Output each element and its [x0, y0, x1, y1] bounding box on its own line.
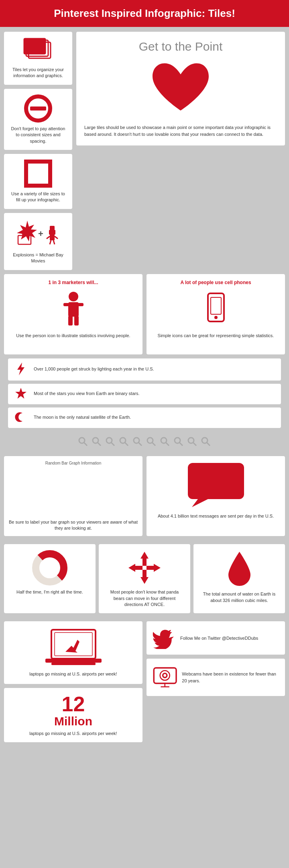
- move-icon: [126, 550, 163, 586]
- webcam-icon: [152, 664, 178, 690]
- svg-line-44: [193, 442, 196, 446]
- bar-chart: [63, 472, 83, 512]
- search-icon-3: [105, 436, 116, 447]
- search-icon-9: [187, 436, 198, 447]
- move-text: Most people don't know that panda bears …: [104, 589, 185, 608]
- svg-point-39: [161, 438, 167, 443]
- no-entry-icon: [24, 94, 52, 123]
- water-tile: The total amount of water on Earth is ab…: [193, 544, 285, 613]
- svg-rect-47: [188, 463, 244, 499]
- donut-text: Half the time, I'm right all the time.: [16, 589, 83, 595]
- million-word: Million: [54, 714, 92, 728]
- donut-tile: Half the time, I'm right all the time.: [4, 544, 96, 613]
- search-icon-4: [118, 436, 130, 447]
- tile-explosion-text: Explosions = Michael Bay Movies: [10, 252, 67, 264]
- right-col-bottom: Follow Me on Twitter @DetectiveDDubs Web…: [147, 621, 285, 742]
- million-number: 12: [62, 694, 85, 714]
- fact-stars-text: Most of the stars you view from Earth ar…: [34, 391, 139, 397]
- stat2-label: A lot of people use cell phones: [180, 280, 251, 285]
- bar-chart-title: Random Bar Graph Information: [45, 461, 102, 465]
- svg-line-30: [98, 442, 101, 446]
- svg-point-33: [120, 438, 126, 443]
- svg-marker-52: [140, 570, 149, 584]
- svg-rect-2: [24, 38, 46, 54]
- search-icon-10: [200, 436, 212, 447]
- svg-marker-26: [15, 388, 26, 399]
- svg-rect-15: [50, 226, 55, 230]
- million-tile: 12 Million laptops go missing at U.S. ai…: [4, 688, 142, 742]
- svg-rect-17: [68, 302, 79, 317]
- search-icon-2: [91, 436, 102, 447]
- water-drop-icon: [224, 550, 254, 588]
- svg-line-40: [166, 442, 169, 446]
- tile-spacing-text: Don't forget to pay attention to consist…: [10, 126, 67, 144]
- twitter-text: Follow Me on Twitter @DetectiveDDubs: [180, 635, 258, 642]
- svg-line-38: [152, 442, 155, 446]
- svg-rect-10: [50, 235, 55, 240]
- stacked-cards-icon: [21, 37, 55, 63]
- stat1-label: 1 in 3 marketers will...: [48, 280, 98, 285]
- explosion-tv-robot-icon: +: [12, 219, 64, 249]
- fact-lightning: Over 1,000 people get struck by lighting…: [8, 358, 281, 381]
- svg-text:+: +: [38, 229, 43, 239]
- chat-bubble-tile: About 4.1 billion text messages are sent…: [147, 456, 285, 536]
- water-text: The total amount of water on Earth is ab…: [199, 591, 279, 604]
- tile-explosion: + Explosions = Michael Bay Movies: [4, 213, 72, 270]
- laptop-caption-ref: laptops go missing at U.S. airports per …: [29, 731, 117, 737]
- fact-moon-text: The moon is the only natural satellite o…: [34, 414, 131, 420]
- webcam-text: Webcams have been in existence for fewer…: [182, 671, 279, 684]
- search-icon-6: [146, 436, 157, 447]
- stat1-desc: Use the person icon to illustrate statis…: [16, 333, 130, 339]
- svg-rect-18: [63, 303, 69, 306]
- svg-rect-9: [49, 230, 55, 235]
- twitter-bird-icon: [152, 627, 176, 649]
- search-icon-1: [77, 436, 89, 447]
- svg-marker-53: [128, 564, 142, 572]
- search-icons-row: [0, 431, 289, 452]
- laptop-caption: laptops go missing at U.S. airports per …: [29, 671, 117, 677]
- big-tile-heading: Get to the Point: [84, 40, 277, 53]
- svg-point-27: [79, 438, 85, 443]
- svg-marker-51: [140, 552, 149, 566]
- stat2-desc: Simple icons can be great for representi…: [158, 333, 274, 339]
- heart-icon: [149, 58, 213, 119]
- svg-line-12: [55, 236, 58, 239]
- svg-point-63: [163, 674, 166, 677]
- search-icon-7: [159, 436, 171, 447]
- svg-point-41: [175, 438, 180, 443]
- square-icon: [24, 160, 52, 188]
- svg-point-29: [93, 438, 98, 443]
- star-icon: [13, 387, 29, 401]
- webcam-tile: Webcams have been in existence for fewer…: [147, 659, 285, 696]
- bar-chart-caption: Be sure to label your bar graph so your …: [9, 519, 138, 532]
- stat-marketers: 1 in 3 marketers will... Use the person …: [4, 274, 142, 354]
- tile-organize: Tiles let you organize your information …: [4, 32, 72, 85]
- chat-bubble-text: About 4.1 billion text messages are sent…: [158, 513, 274, 519]
- twitter-tile: Follow Me on Twitter @DetectiveDDubs: [147, 621, 285, 655]
- svg-point-45: [202, 438, 208, 443]
- svg-point-24: [214, 316, 218, 319]
- svg-rect-59: [51, 663, 96, 665]
- svg-line-34: [125, 442, 128, 446]
- person-icon: [59, 289, 88, 330]
- svg-rect-19: [78, 303, 83, 306]
- svg-rect-21: [74, 316, 79, 326]
- fact-lightning-text: Over 1,000 people get struck by lighting…: [34, 366, 154, 372]
- moon-icon: [13, 411, 29, 425]
- svg-line-36: [138, 442, 142, 446]
- search-icon-8: [173, 436, 184, 447]
- stat-cellphones: A lot of people use cell phones Simple i…: [147, 274, 285, 354]
- fact-moon: The moon is the only natural satellite o…: [8, 407, 281, 428]
- big-tile-desc: Large tiles should be used to showcase a…: [84, 124, 277, 137]
- svg-line-14: [53, 240, 55, 244]
- speech-bubble-icon: [186, 461, 246, 509]
- svg-point-31: [106, 438, 112, 443]
- laptop-icon: [43, 628, 104, 668]
- tile-organize-text: Tiles let you organize your information …: [10, 67, 67, 79]
- tile-sizes: Use a variety of tile sizes to fill up y…: [4, 154, 72, 209]
- search-icon-5: [132, 436, 143, 447]
- svg-rect-23: [211, 297, 221, 314]
- svg-line-42: [179, 442, 183, 446]
- svg-line-46: [207, 442, 210, 446]
- svg-rect-20: [68, 316, 73, 326]
